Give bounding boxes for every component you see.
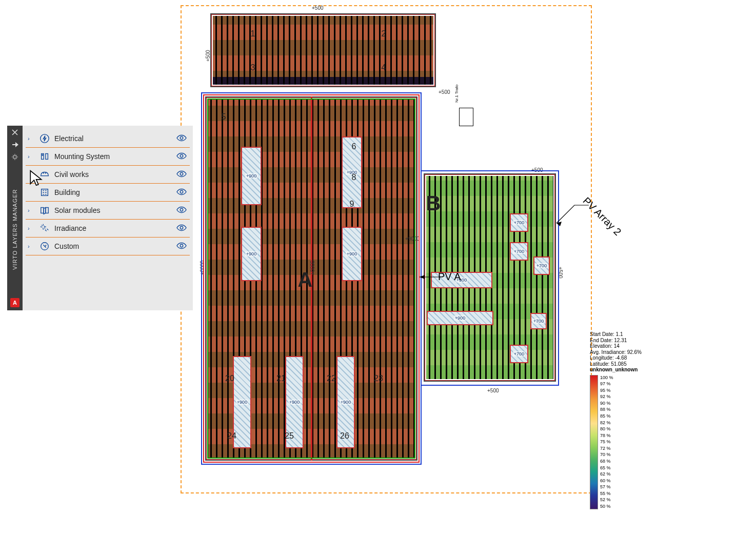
zone-number: 20 — [225, 374, 234, 383]
skylight: +900 — [427, 311, 493, 325]
layer-row-mounting[interactable]: › Mounting System — [26, 148, 190, 166]
skylight: +700 — [530, 313, 547, 329]
chevron-right-icon[interactable]: › — [28, 135, 35, 142]
chevron-right-icon[interactable]: › — [28, 207, 35, 213]
skylight: +700 — [510, 345, 528, 363]
bolt-circle-icon — [39, 133, 50, 144]
svg-point-9 — [180, 154, 183, 157]
callout-pv-a: PV A — [438, 271, 461, 283]
svg-rect-11 — [42, 189, 48, 196]
eye-icon[interactable] — [176, 224, 188, 233]
dim-top-left: +500 — [205, 50, 211, 62]
svg-rect-7 — [46, 154, 48, 160]
zone-number: 2 — [382, 29, 386, 38]
zone-number: 6 — [352, 142, 356, 151]
transformer-symbol[interactable] — [459, 108, 473, 126]
svg-marker-2 — [12, 142, 18, 147]
section-label-B: B — [426, 192, 441, 215]
skylight: +900 — [241, 147, 262, 205]
zone-number: 22 — [327, 374, 336, 383]
dim-rroof-top: +500 — [531, 167, 543, 173]
palette-titlebar[interactable]: VIRTO LAYERS MANAGER A — [7, 126, 23, 310]
layer-name: Custom — [54, 242, 172, 250]
layer-name: Civil works — [54, 170, 172, 179]
skylight: +900 — [241, 227, 262, 281]
layer-row-electrical[interactable]: › Electrical — [26, 130, 190, 148]
zone-number: 4 — [382, 63, 386, 72]
chevron-right-icon[interactable]: › — [28, 225, 35, 231]
pv-array-top[interactable] — [210, 13, 436, 87]
zone-number: 25 — [285, 431, 294, 441]
dim-right-top: +500 — [439, 89, 450, 95]
colorbar-ticks: 100 %97 % 95 %92 % 90 %88 % 85 %82 % 80 … — [600, 375, 613, 509]
dim-mid-main: +8000 — [310, 261, 315, 275]
colorbar — [590, 375, 598, 509]
skylight: +900 — [342, 227, 362, 281]
eye-icon[interactable] — [176, 170, 188, 179]
layers-manager-palette[interactable]: VIRTO LAYERS MANAGER A › Electrical › Mo… — [7, 126, 193, 310]
svg-rect-14 — [46, 208, 48, 213]
zone-number: 26 — [340, 431, 349, 441]
svg-point-3 — [13, 155, 16, 159]
close-icon[interactable] — [11, 129, 18, 136]
skylight: +700 — [533, 256, 550, 275]
sun-arrows-icon — [39, 223, 50, 234]
eye-icon[interactable] — [176, 152, 188, 161]
eye-icon[interactable] — [176, 206, 188, 215]
dim-right-main: +9000 — [405, 236, 420, 242]
svg-point-10 — [180, 172, 183, 175]
layer-row-irradiance[interactable]: › Irradiance — [26, 220, 190, 238]
building-icon — [39, 187, 50, 198]
callout-pv-array-2: PV Array 2 — [589, 195, 638, 207]
zone-number: 21 — [276, 374, 286, 383]
svg-marker-0 — [556, 222, 562, 226]
panels-icon — [39, 205, 50, 216]
pin-icon[interactable] — [11, 141, 18, 148]
zone-number: 3 — [251, 63, 255, 72]
legend-colorbar: 100 %97 % 95 %92 % 90 %88 % 85 %82 % 80 … — [590, 375, 744, 509]
zone-number: 24 — [227, 431, 236, 441]
gear-icon[interactable] — [11, 153, 18, 161]
dim-left-main: +8000 — [200, 261, 205, 275]
layer-name: Mounting System — [54, 152, 172, 161]
eye-icon[interactable] — [176, 242, 188, 251]
skylight: +700 — [510, 213, 528, 232]
legend-meta: Start Date: 1.1 End Date: 12.31 Elevatio… — [590, 331, 744, 373]
svg-point-20 — [180, 244, 183, 247]
layer-name: Building — [54, 188, 172, 196]
zone-number: 5 — [222, 112, 226, 122]
svg-point-16 — [180, 208, 183, 211]
eye-icon[interactable] — [176, 188, 188, 197]
layer-row-solar[interactable]: › Solar modules — [26, 202, 190, 220]
svg-point-18 — [180, 226, 183, 229]
layer-name: Solar modules — [54, 206, 172, 214]
dim-top: +500 — [312, 5, 324, 11]
zone-number: 9 — [350, 200, 354, 209]
layer-row-custom[interactable]: › Custom — [26, 238, 190, 255]
svg-point-4 — [41, 134, 49, 143]
layer-row-building[interactable]: › Building — [26, 184, 190, 202]
svg-point-8 — [42, 154, 43, 155]
layer-name: Electrical — [54, 134, 172, 143]
zone-number: 1 — [251, 29, 255, 38]
svg-point-5 — [180, 136, 183, 139]
transformer-label: Nr.1 Trafo — [454, 85, 459, 103]
chevron-right-icon[interactable]: › — [28, 153, 35, 160]
zone-number: 8 — [352, 173, 356, 182]
zone-number: 23 — [374, 374, 383, 383]
svg-rect-13 — [41, 208, 44, 213]
skylight: +700 — [510, 242, 528, 261]
wrench-gear-icon — [39, 241, 50, 252]
mouse-cursor-icon — [28, 169, 46, 187]
svg-point-17 — [42, 226, 45, 228]
eye-icon[interactable] — [176, 134, 188, 143]
dim-rroof-right: +500 — [558, 267, 563, 279]
chevron-right-icon[interactable]: › — [28, 243, 35, 249]
irradiance-legend: Start Date: 1.1 End Date: 12.31 Elevatio… — [590, 331, 744, 509]
app-badge: A — [10, 298, 19, 307]
layer-row-civil[interactable]: › Civil works — [26, 166, 190, 184]
mounting-icon — [39, 151, 50, 162]
palette-title: VIRTO LAYERS MANAGER — [12, 166, 18, 293]
layers-list: › Electrical › Mounting System › Civil w… — [23, 126, 193, 310]
dim-rroof-bot: +500 — [487, 388, 499, 393]
